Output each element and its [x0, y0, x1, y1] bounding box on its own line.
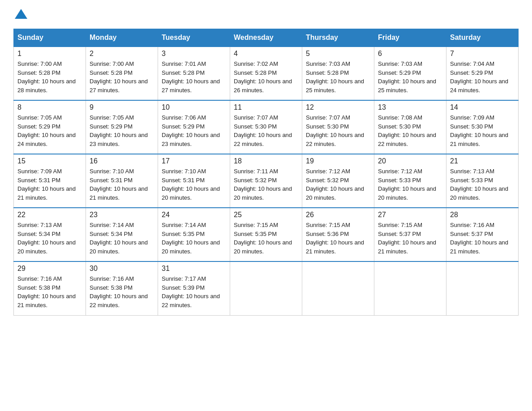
day-info: Sunrise: 7:03 AM Sunset: 5:28 PM Dayligh…: [306, 60, 370, 94]
day-info: Sunrise: 7:14 AM Sunset: 5:35 PM Dayligh…: [162, 221, 226, 256]
day-number: 28: [450, 211, 515, 219]
weekday-header-saturday: Saturday: [446, 29, 519, 47]
calendar-cell: 8 Sunrise: 7:05 AM Sunset: 5:29 PM Dayli…: [14, 100, 86, 154]
calendar-cell: 12 Sunrise: 7:07 AM Sunset: 5:30 PM Dayl…: [302, 100, 374, 154]
calendar-table: SundayMondayTuesdayWednesdayThursdayFrid…: [13, 29, 519, 316]
day-number: 9: [90, 103, 154, 111]
day-info: Sunrise: 7:10 AM Sunset: 5:31 PM Dayligh…: [90, 167, 154, 202]
day-number: 12: [306, 103, 370, 111]
day-info: Sunrise: 7:16 AM Sunset: 5:38 PM Dayligh…: [90, 274, 154, 309]
day-number: 17: [162, 157, 226, 165]
day-info: Sunrise: 7:04 AM Sunset: 5:29 PM Dayligh…: [450, 60, 515, 94]
day-number: 3: [162, 50, 226, 58]
calendar-cell: 2 Sunrise: 7:00 AM Sunset: 5:28 PM Dayli…: [86, 47, 158, 100]
calendar-cell: 3 Sunrise: 7:01 AM Sunset: 5:28 PM Dayli…: [158, 47, 230, 100]
day-info: Sunrise: 7:16 AM Sunset: 5:38 PM Dayligh…: [17, 274, 82, 309]
calendar-cell: 16 Sunrise: 7:10 AM Sunset: 5:31 PM Dayl…: [86, 154, 158, 208]
calendar-cell: 17 Sunrise: 7:10 AM Sunset: 5:31 PM Dayl…: [158, 154, 230, 208]
calendar-week-row: 1 Sunrise: 7:00 AM Sunset: 5:28 PM Dayli…: [14, 47, 519, 100]
weekday-header-thursday: Thursday: [302, 29, 374, 47]
day-info: Sunrise: 7:15 AM Sunset: 5:35 PM Dayligh…: [234, 221, 298, 256]
day-number: 27: [378, 211, 442, 219]
day-info: Sunrise: 7:13 AM Sunset: 5:33 PM Dayligh…: [450, 167, 515, 202]
calendar-cell: 15 Sunrise: 7:09 AM Sunset: 5:31 PM Dayl…: [14, 154, 86, 208]
calendar-cell: 22 Sunrise: 7:13 AM Sunset: 5:34 PM Dayl…: [14, 208, 86, 261]
calendar-week-row: 29 Sunrise: 7:16 AM Sunset: 5:38 PM Dayl…: [14, 261, 519, 315]
day-number: 29: [17, 265, 82, 273]
calendar-cell: 24 Sunrise: 7:14 AM Sunset: 5:35 PM Dayl…: [158, 208, 230, 261]
day-info: Sunrise: 7:14 AM Sunset: 5:34 PM Dayligh…: [90, 221, 154, 256]
day-number: 31: [162, 265, 226, 273]
day-info: Sunrise: 7:09 AM Sunset: 5:30 PM Dayligh…: [450, 113, 515, 148]
day-info: Sunrise: 7:07 AM Sunset: 5:30 PM Dayligh…: [306, 113, 370, 148]
calendar-cell: 9 Sunrise: 7:05 AM Sunset: 5:29 PM Dayli…: [86, 100, 158, 154]
day-info: Sunrise: 7:00 AM Sunset: 5:28 PM Dayligh…: [90, 60, 154, 94]
calendar-cell: [446, 261, 519, 315]
weekday-header-sunday: Sunday: [14, 29, 86, 47]
calendar-week-row: 8 Sunrise: 7:05 AM Sunset: 5:29 PM Dayli…: [14, 100, 519, 154]
calendar-cell: 21 Sunrise: 7:13 AM Sunset: 5:33 PM Dayl…: [446, 154, 519, 208]
calendar-cell: 29 Sunrise: 7:16 AM Sunset: 5:38 PM Dayl…: [14, 261, 86, 315]
day-number: 19: [306, 157, 370, 165]
calendar-cell: 23 Sunrise: 7:14 AM Sunset: 5:34 PM Dayl…: [86, 208, 158, 261]
day-number: 1: [17, 50, 82, 58]
weekday-header-row: SundayMondayTuesdayWednesdayThursdayFrid…: [14, 29, 519, 47]
day-number: 5: [306, 50, 370, 58]
day-info: Sunrise: 7:03 AM Sunset: 5:29 PM Dayligh…: [378, 60, 442, 94]
day-number: 22: [17, 211, 82, 219]
day-info: Sunrise: 7:10 AM Sunset: 5:31 PM Dayligh…: [162, 167, 226, 202]
weekday-header-monday: Monday: [86, 29, 158, 47]
day-number: 23: [90, 211, 154, 219]
day-info: Sunrise: 7:11 AM Sunset: 5:32 PM Dayligh…: [234, 167, 298, 202]
calendar-cell: 6 Sunrise: 7:03 AM Sunset: 5:29 PM Dayli…: [374, 47, 446, 100]
day-number: 25: [234, 211, 298, 219]
day-number: 4: [234, 50, 298, 58]
day-number: 15: [17, 157, 82, 165]
day-info: Sunrise: 7:06 AM Sunset: 5:29 PM Dayligh…: [162, 113, 226, 148]
day-info: Sunrise: 7:08 AM Sunset: 5:30 PM Dayligh…: [378, 113, 442, 148]
calendar-cell: 27 Sunrise: 7:15 AM Sunset: 5:37 PM Dayl…: [374, 208, 446, 261]
day-number: 26: [306, 211, 370, 219]
calendar-cell: 14 Sunrise: 7:09 AM Sunset: 5:30 PM Dayl…: [446, 100, 519, 154]
weekday-header-wednesday: Wednesday: [230, 29, 302, 47]
calendar-week-row: 15 Sunrise: 7:09 AM Sunset: 5:31 PM Dayl…: [14, 154, 519, 208]
day-info: Sunrise: 7:01 AM Sunset: 5:28 PM Dayligh…: [162, 60, 226, 94]
day-number: 8: [17, 103, 82, 111]
day-number: 16: [90, 157, 154, 165]
calendar-cell: [230, 261, 302, 315]
calendar-cell: 5 Sunrise: 7:03 AM Sunset: 5:28 PM Dayli…: [302, 47, 374, 100]
day-number: 13: [378, 103, 442, 111]
calendar-cell: 30 Sunrise: 7:16 AM Sunset: 5:38 PM Dayl…: [86, 261, 158, 315]
day-number: 21: [450, 157, 515, 165]
day-number: 11: [234, 103, 298, 111]
day-number: 10: [162, 103, 226, 111]
weekday-header-tuesday: Tuesday: [158, 29, 230, 47]
day-info: Sunrise: 7:02 AM Sunset: 5:28 PM Dayligh…: [234, 60, 298, 94]
day-info: Sunrise: 7:12 AM Sunset: 5:32 PM Dayligh…: [306, 167, 370, 202]
day-info: Sunrise: 7:07 AM Sunset: 5:30 PM Dayligh…: [234, 113, 298, 148]
day-info: Sunrise: 7:09 AM Sunset: 5:31 PM Dayligh…: [17, 167, 82, 202]
calendar-cell: 20 Sunrise: 7:12 AM Sunset: 5:33 PM Dayl…: [374, 154, 446, 208]
day-info: Sunrise: 7:15 AM Sunset: 5:36 PM Dayligh…: [306, 221, 370, 256]
calendar-cell: 11 Sunrise: 7:07 AM Sunset: 5:30 PM Dayl…: [230, 100, 302, 154]
calendar-cell: 31 Sunrise: 7:17 AM Sunset: 5:39 PM Dayl…: [158, 261, 230, 315]
day-number: 20: [378, 157, 442, 165]
day-info: Sunrise: 7:13 AM Sunset: 5:34 PM Dayligh…: [17, 221, 82, 256]
day-number: 14: [450, 103, 515, 111]
calendar-cell: 25 Sunrise: 7:15 AM Sunset: 5:35 PM Dayl…: [230, 208, 302, 261]
day-info: Sunrise: 7:05 AM Sunset: 5:29 PM Dayligh…: [90, 113, 154, 148]
day-number: 18: [234, 157, 298, 165]
logo: [13, 9, 27, 20]
calendar-cell: [302, 261, 374, 315]
calendar-cell: 7 Sunrise: 7:04 AM Sunset: 5:29 PM Dayli…: [446, 47, 519, 100]
day-info: Sunrise: 7:00 AM Sunset: 5:28 PM Dayligh…: [17, 60, 82, 94]
day-number: 6: [378, 50, 442, 58]
calendar-cell: [374, 261, 446, 315]
day-info: Sunrise: 7:17 AM Sunset: 5:39 PM Dayligh…: [162, 274, 226, 309]
day-info: Sunrise: 7:12 AM Sunset: 5:33 PM Dayligh…: [378, 167, 442, 202]
day-number: 30: [90, 265, 154, 273]
day-info: Sunrise: 7:15 AM Sunset: 5:37 PM Dayligh…: [378, 221, 442, 256]
calendar-cell: 28 Sunrise: 7:16 AM Sunset: 5:37 PM Dayl…: [446, 208, 519, 261]
page-header: [13, 9, 519, 20]
calendar-cell: 4 Sunrise: 7:02 AM Sunset: 5:28 PM Dayli…: [230, 47, 302, 100]
